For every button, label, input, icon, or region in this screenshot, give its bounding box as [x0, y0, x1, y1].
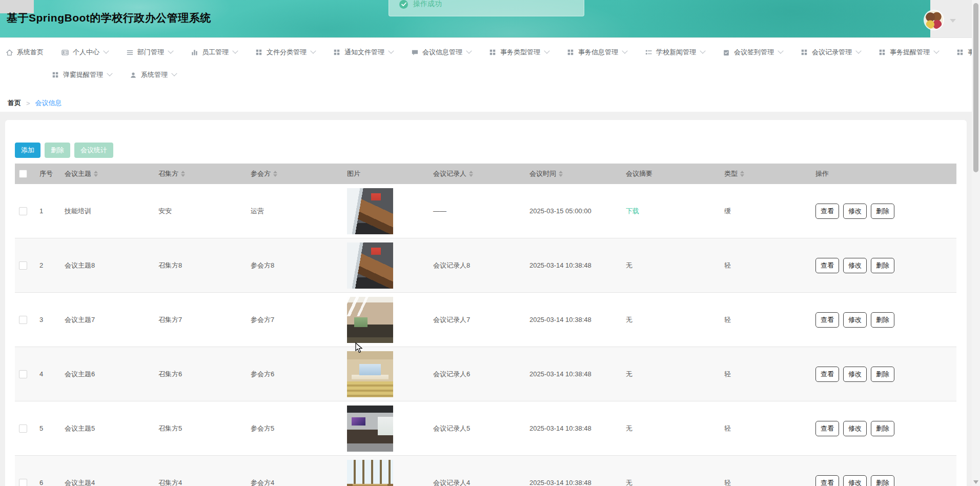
nav-item-系统首页[interactable]: 系统首页 — [5, 48, 44, 57]
sort-icon[interactable] — [740, 169, 744, 179]
nav-item-学校新闻管理[interactable]: 学校新闻管理 — [644, 48, 705, 57]
convener: 召集方7 — [158, 315, 182, 325]
nav-item-通知文件管理[interactable]: 通知文件管理 — [333, 48, 393, 57]
view-button[interactable]: 查看 — [815, 204, 839, 219]
header-label: 操作 — [815, 169, 829, 178]
nav-item-label: 事务信息管理 — [578, 48, 618, 57]
meeting-photo[interactable] — [347, 460, 393, 486]
nav-item-会议签到管理[interactable]: 会议签到管理 — [722, 48, 783, 57]
nav-item-弹窗提醒管理[interactable]: 弹窗提醒管理 — [51, 70, 112, 79]
scrollbar-thumb[interactable] — [973, 3, 978, 172]
row-delete-button[interactable]: 删除 — [871, 204, 894, 219]
header-label: 序号 — [39, 169, 53, 178]
grid-icon — [800, 48, 808, 56]
participants: 参会方4 — [251, 478, 274, 486]
scrollbar-down-arrow-icon[interactable] — [973, 480, 978, 484]
download-link[interactable]: 下载 — [626, 207, 639, 216]
clipboard-check-icon — [722, 48, 730, 56]
nav-item-文件分类管理[interactable]: 文件分类管理 — [255, 48, 315, 57]
edit-button[interactable]: 修改 — [843, 258, 867, 273]
nav-item-label: 系统管理 — [141, 70, 168, 79]
content-card: 添加 删除 会议统计 序号 会议主题 召集方 参会方 图片 会议记录人 会议时间… — [5, 120, 967, 486]
row-checkbox[interactable] — [19, 479, 27, 486]
row-checkbox[interactable] — [19, 261, 27, 270]
nav-item-会议记录管理[interactable]: 会议记录管理 — [800, 48, 861, 57]
nav-item-事务类型管理[interactable]: 事务类型管理 — [488, 48, 549, 57]
header-cell-no: 序号 — [38, 169, 59, 178]
table-row: 1 技能培训 安安 运营 —— 2025-03-15 05:00:00 下载 缓… — [15, 184, 956, 238]
type: 轻 — [724, 478, 731, 486]
nav-item-事务提醒管理[interactable]: 事务提醒管理 — [878, 48, 938, 57]
sort-icon[interactable] — [559, 169, 563, 179]
edit-button[interactable]: 修改 — [843, 367, 867, 382]
table-row: 6 会议主题4 召集方4 参会方4 会议记录人4 2025-03-14 10:3… — [15, 456, 956, 486]
edit-button[interactable]: 修改 — [843, 421, 867, 436]
row-delete-button[interactable]: 删除 — [871, 367, 894, 382]
view-button[interactable]: 查看 — [815, 475, 839, 486]
nav-item-会议信息管理[interactable]: 会议信息管理 — [411, 48, 471, 57]
nav-item-事务信息管理[interactable]: 事务信息管理 — [566, 48, 627, 57]
row-checkbox[interactable] — [19, 424, 27, 433]
type: 轻 — [724, 424, 731, 433]
row-delete-button[interactable]: 删除 — [871, 475, 894, 486]
grid-icon — [878, 48, 886, 56]
view-button[interactable]: 查看 — [815, 367, 839, 382]
grid-icon — [566, 48, 575, 56]
nav-item-员工管理[interactable]: 员工管理 — [190, 48, 237, 57]
edit-button[interactable]: 修改 — [843, 475, 867, 486]
edit-button[interactable]: 修改 — [843, 312, 867, 328]
breadcrumb-current[interactable]: 会议信息 — [35, 98, 62, 108]
nav-item-系统管理[interactable]: 系统管理 — [129, 70, 176, 79]
id-card-icon — [61, 48, 69, 56]
header-cell-type: 类型 — [722, 169, 815, 179]
meeting-photo[interactable] — [347, 406, 393, 452]
row-no: 4 — [39, 370, 43, 378]
add-button[interactable]: 添加 — [15, 143, 40, 158]
header-cell-summary: 会议摘要 — [626, 169, 722, 178]
breadcrumb-home[interactable]: 首页 — [8, 98, 21, 108]
view-button[interactable]: 查看 — [815, 421, 839, 436]
meeting-photo[interactable] — [347, 188, 393, 234]
view-button[interactable]: 查看 — [815, 312, 839, 328]
meeting-photo[interactable] — [347, 297, 393, 343]
delete-button[interactable]: 删除 — [45, 143, 70, 158]
row-delete-button[interactable]: 删除 — [871, 258, 894, 273]
view-button[interactable]: 查看 — [815, 258, 839, 273]
sort-icon[interactable] — [181, 169, 185, 179]
row-no: 2 — [39, 261, 43, 269]
table-row: 5 会议主题5 召集方5 参会方5 会议记录人5 2025-03-14 10:3… — [15, 401, 956, 456]
grid-icon — [51, 71, 59, 79]
row-checkbox[interactable] — [19, 316, 27, 324]
convener: 召集方4 — [158, 478, 182, 486]
topic: 会议主题6 — [65, 370, 95, 379]
meeting-photo[interactable] — [347, 242, 393, 289]
table-row: 4 会议主题6 召集方6 参会方6 会议记录人6 2025-03-14 10:3… — [15, 347, 956, 401]
avatar[interactable] — [925, 11, 943, 29]
select-all-checkbox[interactable] — [19, 170, 27, 178]
nav-item-部门管理[interactable]: 部门管理 — [126, 48, 173, 57]
meeting-stats-button[interactable]: 会议统计 — [74, 143, 113, 158]
participants: 参会方7 — [251, 315, 274, 325]
sort-icon[interactable] — [469, 169, 473, 179]
row-checkbox[interactable] — [19, 207, 27, 215]
cell-no: 4 — [38, 370, 59, 378]
meeting-time: 2025-03-14 10:38:48 — [529, 479, 591, 486]
row-delete-button[interactable]: 删除 — [871, 421, 894, 436]
header-cell-convener: 召集方 — [158, 169, 251, 179]
avatar-dropdown-caret-icon[interactable] — [950, 19, 956, 23]
cell-no: 5 — [38, 424, 59, 432]
nav-item-个人中心[interactable]: 个人中心 — [61, 48, 108, 57]
sort-icon[interactable] — [94, 169, 98, 179]
meeting-photo[interactable] — [347, 351, 393, 397]
topic: 会议主题8 — [65, 261, 95, 270]
edit-button[interactable]: 修改 — [843, 204, 867, 219]
sort-icon[interactable] — [273, 169, 277, 179]
vertical-scrollbar[interactable] — [972, 0, 980, 486]
convener: 安安 — [158, 207, 172, 216]
nav-item-label: 个人中心 — [73, 48, 99, 57]
row-checkbox[interactable] — [19, 370, 27, 378]
table-row: 3 会议主题7 召集方7 参会方7 会议记录人7 2025-03-14 10:3… — [15, 293, 956, 347]
chevron-down-icon — [700, 48, 705, 54]
row-delete-button[interactable]: 删除 — [871, 312, 894, 328]
summary: 无 — [626, 315, 632, 325]
